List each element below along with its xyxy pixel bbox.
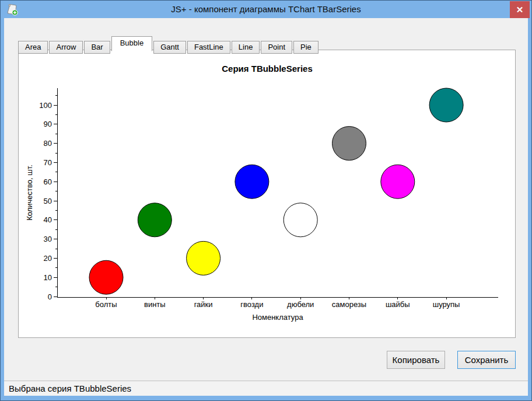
y-tick-label: 50: [44, 197, 52, 205]
bubble-2: [187, 241, 220, 275]
copy-button[interactable]: Копировать: [387, 351, 445, 369]
chart-title: Серия TBubbleSeries: [222, 64, 313, 74]
bubble-7: [429, 88, 463, 122]
tab-bar: AreaArrowBarBubbleGanttFastLineLinePoint…: [18, 37, 320, 51]
bubble-4: [284, 203, 317, 237]
status-text: Выбрана серия TBubbleSeries: [9, 383, 131, 393]
y-tick-label: 10: [44, 273, 52, 282]
x-category-label: дюбели: [287, 300, 314, 309]
save-button[interactable]: Сохранить: [457, 351, 516, 369]
tab-line[interactable]: Line: [232, 41, 260, 54]
y-tick-label: 0: [48, 292, 52, 301]
tab-gantt[interactable]: Gantt: [153, 41, 186, 54]
tab-fastline[interactable]: FastLine: [187, 41, 230, 54]
app-window: JS+ - компонент диаграммы TChart TBarSer…: [0, 0, 532, 401]
x-category-label: гвозди: [240, 300, 263, 309]
y-axis-title: Количество, шт.: [25, 165, 34, 221]
tab-area[interactable]: Area: [18, 41, 48, 54]
tab-pie[interactable]: Pie: [293, 41, 318, 54]
bubble-3: [235, 165, 269, 198]
bubble-6: [381, 165, 415, 198]
x-axis-title: Номенклатура: [252, 313, 303, 322]
tab-arrow[interactable]: Arrow: [49, 41, 83, 54]
chart-panel: Серия TBubbleSeries010203040506070809010…: [18, 50, 516, 338]
status-bar: Выбрана серия TBubbleSeries: [4, 381, 528, 396]
title-bar[interactable]: JS+ - компонент диаграммы TChart TBarSer…: [1, 1, 531, 18]
y-tick-label: 60: [44, 177, 52, 186]
x-category-label: винты: [144, 300, 166, 309]
y-tick-label: 40: [44, 215, 52, 224]
y-tick-label: 80: [44, 139, 52, 148]
close-button[interactable]: ✕: [510, 1, 530, 18]
bubble-0: [89, 260, 123, 294]
bubble-1: [138, 203, 172, 237]
y-tick-label: 100: [39, 101, 52, 110]
y-tick-label: 30: [44, 235, 52, 243]
y-tick-label: 90: [44, 120, 52, 128]
bubble-5: [332, 127, 366, 161]
close-icon: ✕: [516, 5, 524, 15]
client-area: AreaArrowBarBubbleGanttFastLineLinePoint…: [4, 18, 528, 396]
tab-point[interactable]: Point: [261, 41, 292, 54]
x-category-label: шайбы: [386, 300, 410, 309]
window-title: JS+ - компонент диаграммы TChart TBarSer…: [1, 1, 531, 18]
x-category-label: болты: [95, 300, 117, 309]
x-category-label: саморезы: [332, 300, 366, 309]
tab-bar[interactable]: Bar: [84, 41, 110, 54]
tab-bubble[interactable]: Bubble: [111, 36, 152, 51]
x-category-label: шурупы: [433, 300, 460, 309]
y-tick-label: 70: [44, 158, 52, 167]
y-tick-label: 20: [44, 254, 52, 263]
x-category-label: гайки: [194, 300, 213, 309]
bubble-chart: Серия TBubbleSeries010203040506070809010…: [19, 50, 515, 337]
